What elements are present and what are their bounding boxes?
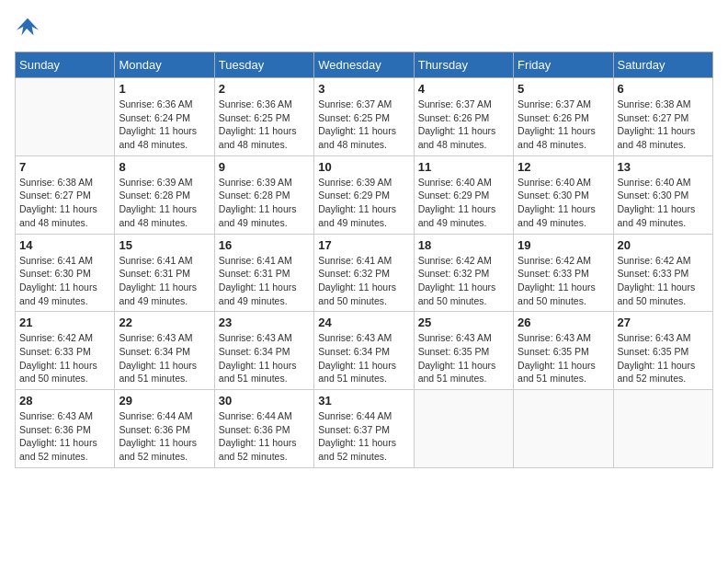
week-row-1: 1Sunrise: 6:36 AM Sunset: 6:24 PM Daylig… [16,78,713,156]
day-number: 9 [219,160,310,174]
cell-info: Sunrise: 6:36 AM Sunset: 6:25 PM Dayligh… [219,98,310,152]
day-number: 4 [418,82,509,96]
cell-info: Sunrise: 6:40 AM Sunset: 6:30 PM Dayligh… [618,176,709,230]
calendar-cell: 4Sunrise: 6:37 AM Sunset: 6:26 PM Daylig… [414,78,513,156]
day-number: 15 [119,238,210,252]
day-number: 26 [518,316,609,329]
day-number: 1 [119,82,210,96]
svg-marker-0 [17,18,39,36]
week-row-5: 28Sunrise: 6:43 AM Sunset: 6:36 PM Dayli… [16,390,713,468]
calendar-cell: 1Sunrise: 6:36 AM Sunset: 6:24 PM Daylig… [115,78,214,156]
calendar-cell: 29Sunrise: 6:44 AM Sunset: 6:36 PM Dayli… [115,390,214,468]
day-number: 21 [19,316,110,329]
calendar-cell: 30Sunrise: 6:44 AM Sunset: 6:36 PM Dayli… [214,390,313,468]
calendar-cell: 31Sunrise: 6:44 AM Sunset: 6:37 PM Dayli… [314,390,414,468]
calendar-cell: 5Sunrise: 6:37 AM Sunset: 6:26 PM Daylig… [514,78,613,156]
day-number: 7 [19,160,110,174]
calendar-cell: 11Sunrise: 6:40 AM Sunset: 6:29 PM Dayli… [414,155,513,234]
cell-info: Sunrise: 6:44 AM Sunset: 6:36 PM Dayligh… [119,409,210,464]
day-number: 19 [518,238,609,252]
cell-info: Sunrise: 6:37 AM Sunset: 6:25 PM Dayligh… [318,98,409,152]
calendar-cell: 15Sunrise: 6:41 AM Sunset: 6:31 PM Dayli… [115,234,214,312]
day-number: 31 [318,394,409,408]
cell-info: Sunrise: 6:44 AM Sunset: 6:36 PM Dayligh… [219,409,310,464]
cell-info: Sunrise: 6:37 AM Sunset: 6:26 PM Dayligh… [518,98,609,152]
cell-info: Sunrise: 6:42 AM Sunset: 6:33 PM Dayligh… [618,254,709,308]
cell-info: Sunrise: 6:42 AM Sunset: 6:33 PM Dayligh… [19,331,110,385]
day-number: 10 [318,160,409,174]
day-header-wednesday: Wednesday [314,52,414,78]
cell-info: Sunrise: 6:39 AM Sunset: 6:29 PM Dayligh… [318,176,409,230]
calendar-table: SundayMondayTuesdayWednesdayThursdayFrid… [15,52,713,468]
week-row-4: 21Sunrise: 6:42 AM Sunset: 6:33 PM Dayli… [16,312,713,390]
day-number: 2 [219,82,310,96]
calendar-cell: 19Sunrise: 6:42 AM Sunset: 6:33 PM Dayli… [514,234,613,312]
day-number: 25 [418,316,509,329]
calendar-cell: 28Sunrise: 6:43 AM Sunset: 6:36 PM Dayli… [16,390,115,468]
calendar-cell: 6Sunrise: 6:38 AM Sunset: 6:27 PM Daylig… [613,78,712,156]
cell-info: Sunrise: 6:40 AM Sunset: 6:29 PM Dayligh… [418,176,509,230]
day-number: 14 [19,238,110,252]
calendar-cell: 8Sunrise: 6:39 AM Sunset: 6:28 PM Daylig… [115,155,214,234]
cell-info: Sunrise: 6:43 AM Sunset: 6:35 PM Dayligh… [418,331,509,385]
day-number: 13 [618,160,709,174]
logo-icon [15,15,40,40]
day-number: 8 [119,160,210,174]
calendar-cell: 20Sunrise: 6:42 AM Sunset: 6:33 PM Dayli… [613,234,712,312]
calendar-cell: 26Sunrise: 6:43 AM Sunset: 6:35 PM Dayli… [514,312,613,390]
cell-info: Sunrise: 6:41 AM Sunset: 6:31 PM Dayligh… [219,254,310,308]
calendar-cell: 23Sunrise: 6:43 AM Sunset: 6:34 PM Dayli… [214,312,313,390]
cell-info: Sunrise: 6:36 AM Sunset: 6:24 PM Dayligh… [119,98,210,152]
day-number: 24 [318,316,409,329]
calendar-cell [414,390,513,468]
calendar-cell: 25Sunrise: 6:43 AM Sunset: 6:35 PM Dayli… [414,312,513,390]
day-header-saturday: Saturday [613,52,712,78]
calendar-cell: 18Sunrise: 6:42 AM Sunset: 6:32 PM Dayli… [414,234,513,312]
day-number: 6 [618,82,709,96]
calendar-cell: 9Sunrise: 6:39 AM Sunset: 6:28 PM Daylig… [214,155,313,234]
day-number: 5 [518,82,609,96]
cell-info: Sunrise: 6:43 AM Sunset: 6:34 PM Dayligh… [119,331,210,385]
calendar-cell: 2Sunrise: 6:36 AM Sunset: 6:25 PM Daylig… [214,78,313,156]
day-number: 3 [318,82,409,96]
cell-info: Sunrise: 6:40 AM Sunset: 6:30 PM Dayligh… [518,176,609,230]
cell-info: Sunrise: 6:39 AM Sunset: 6:28 PM Dayligh… [119,176,210,230]
cell-info: Sunrise: 6:37 AM Sunset: 6:26 PM Dayligh… [418,98,509,152]
page-header [15,15,713,40]
day-number: 11 [418,160,509,174]
cell-info: Sunrise: 6:44 AM Sunset: 6:37 PM Dayligh… [318,409,409,464]
week-row-3: 14Sunrise: 6:41 AM Sunset: 6:30 PM Dayli… [16,234,713,312]
day-header-thursday: Thursday [414,52,513,78]
day-number: 30 [219,394,310,408]
day-number: 20 [618,238,709,252]
day-header-friday: Friday [514,52,613,78]
cell-info: Sunrise: 6:42 AM Sunset: 6:33 PM Dayligh… [518,254,609,308]
cell-info: Sunrise: 6:43 AM Sunset: 6:35 PM Dayligh… [518,331,609,385]
calendar-cell: 22Sunrise: 6:43 AM Sunset: 6:34 PM Dayli… [115,312,214,390]
day-number: 27 [618,316,709,329]
day-number: 16 [219,238,310,252]
calendar-cell: 13Sunrise: 6:40 AM Sunset: 6:30 PM Dayli… [613,155,712,234]
calendar-cell: 7Sunrise: 6:38 AM Sunset: 6:27 PM Daylig… [16,155,115,234]
cell-info: Sunrise: 6:38 AM Sunset: 6:27 PM Dayligh… [618,98,709,152]
day-number: 23 [219,316,310,329]
cell-info: Sunrise: 6:42 AM Sunset: 6:32 PM Dayligh… [418,254,509,308]
cell-info: Sunrise: 6:43 AM Sunset: 6:34 PM Dayligh… [318,331,409,385]
day-number: 22 [119,316,210,329]
calendar-cell: 27Sunrise: 6:43 AM Sunset: 6:35 PM Dayli… [613,312,712,390]
calendar-cell: 16Sunrise: 6:41 AM Sunset: 6:31 PM Dayli… [214,234,313,312]
cell-info: Sunrise: 6:38 AM Sunset: 6:27 PM Dayligh… [19,176,110,230]
day-number: 28 [19,394,110,408]
calendar-cell: 17Sunrise: 6:41 AM Sunset: 6:32 PM Dayli… [314,234,414,312]
day-header-tuesday: Tuesday [214,52,313,78]
day-header-sunday: Sunday [16,52,115,78]
cell-info: Sunrise: 6:41 AM Sunset: 6:30 PM Dayligh… [19,254,110,308]
calendar-cell [613,390,712,468]
cell-info: Sunrise: 6:43 AM Sunset: 6:35 PM Dayligh… [618,331,709,385]
day-number: 17 [318,238,409,252]
day-header-monday: Monday [115,52,214,78]
calendar-cell [16,78,115,156]
logo [15,15,44,40]
calendar-cell: 10Sunrise: 6:39 AM Sunset: 6:29 PM Dayli… [314,155,414,234]
day-number: 18 [418,238,509,252]
